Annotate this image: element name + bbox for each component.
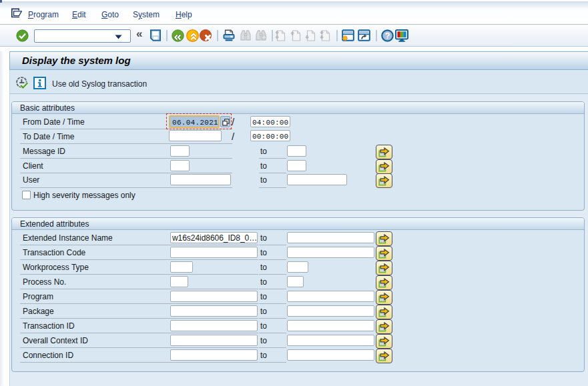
svg-text:?: ? <box>385 31 390 41</box>
